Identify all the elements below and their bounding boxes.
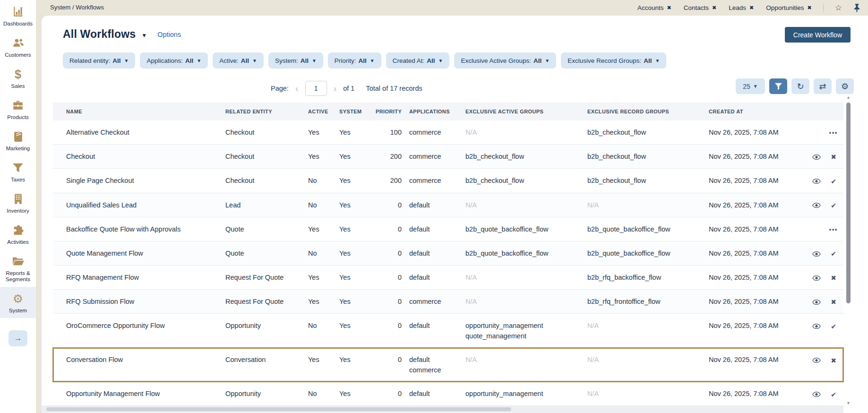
column-header-system[interactable]: SYSTEM bbox=[335, 103, 371, 120]
cell-active: Yes bbox=[303, 266, 335, 290]
sidebar-item-system[interactable]: ⚙ System bbox=[0, 287, 36, 318]
filter-chip-related-entity[interactable]: Related entity:All▼ bbox=[63, 52, 135, 69]
view-icon[interactable] bbox=[811, 275, 822, 281]
pinned-tab-accounts[interactable]: Accounts ✖ bbox=[637, 4, 671, 11]
column-header-active[interactable]: ACTIVE bbox=[303, 103, 335, 120]
page-number-input[interactable] bbox=[305, 81, 327, 96]
filter-chip-priority[interactable]: Priority:All▼ bbox=[328, 52, 381, 69]
next-page-icon[interactable]: › bbox=[332, 85, 339, 92]
group-value: b2b_checkout_flow bbox=[465, 175, 581, 186]
sidebar-item-customers[interactable]: Customers bbox=[0, 31, 36, 62]
sidebar-item-products[interactable]: Products bbox=[0, 94, 36, 125]
filter-chip-exclusive-record-groups[interactable]: Exclusive Record Groups:All▼ bbox=[561, 52, 666, 69]
title-dropdown-caret-icon[interactable]: ▼ bbox=[141, 30, 147, 39]
column-header-related-entity[interactable]: RELATED ENTITY bbox=[221, 103, 303, 120]
scroll-up-icon[interactable]: ▲ bbox=[846, 95, 851, 100]
filters-toggle-button[interactable] bbox=[769, 78, 787, 94]
filter-chip-exclusive-active-groups[interactable]: Exclusive Active Groups:All▼ bbox=[454, 52, 556, 69]
cell-applications: default bbox=[404, 217, 461, 241]
activate-check-icon[interactable]: ✔ bbox=[828, 321, 839, 332]
table-row[interactable]: Backoffice Quote Flow with ApprovalsQuot… bbox=[53, 217, 843, 241]
pinned-tab-leads[interactable]: Leads ✖ bbox=[729, 4, 754, 11]
cell-created-at: Nov 26, 2025, 7:08 AM bbox=[704, 241, 799, 265]
cell-related-entity: Request For Quote bbox=[221, 290, 303, 314]
activate-check-icon[interactable]: ✔ bbox=[828, 249, 839, 259]
column-header-exclusive-active-groups[interactable]: EXCLUSIVE ACTIVE GROUPS bbox=[461, 103, 583, 120]
sidebar-item-inventory[interactable]: Inventory bbox=[0, 187, 36, 218]
more-actions-icon[interactable]: ••• bbox=[828, 128, 839, 138]
view-icon[interactable] bbox=[811, 323, 822, 329]
sidebar-item-taxes[interactable]: Taxes bbox=[0, 156, 36, 187]
close-icon[interactable]: ✖ bbox=[667, 5, 671, 11]
filter-chip-created-at[interactable]: Created At:All▼ bbox=[386, 52, 450, 69]
sidebar-item-marketing[interactable]: Marketing bbox=[0, 125, 36, 156]
vertical-scrollbar[interactable]: ▲ ▼ bbox=[846, 97, 851, 404]
pinned-tab-opportunities[interactable]: Opportunities ✖ bbox=[766, 4, 812, 11]
cell-name: Unqualified Sales Lead bbox=[53, 193, 221, 217]
deactivate-x-icon[interactable]: ✖ bbox=[828, 152, 839, 162]
cell-exclusive-active-groups: N/A bbox=[461, 348, 583, 382]
sidebar-item-activities[interactable]: Activities bbox=[0, 218, 36, 250]
view-icon[interactable] bbox=[811, 357, 822, 363]
reset-grid-button[interactable]: ⇄ bbox=[814, 78, 832, 94]
view-icon[interactable] bbox=[811, 299, 822, 305]
activate-check-icon[interactable]: ✔ bbox=[828, 389, 839, 400]
view-icon[interactable] bbox=[811, 391, 822, 397]
puzzle-icon bbox=[1, 224, 35, 237]
view-icon[interactable] bbox=[811, 178, 822, 184]
deactivate-x-icon[interactable]: ✖ bbox=[828, 355, 839, 366]
table-row[interactable]: RFQ Submission FlowRequest For QuoteYesY… bbox=[53, 290, 843, 314]
prev-page-icon[interactable]: ‹ bbox=[293, 85, 301, 92]
page-size-select[interactable]: 25 ▼ bbox=[736, 78, 765, 94]
horizontal-scrollbar[interactable] bbox=[42, 405, 843, 413]
view-icon[interactable] bbox=[811, 154, 822, 160]
activate-check-icon[interactable]: ✔ bbox=[828, 176, 839, 187]
table-row[interactable]: Alternative CheckoutCheckoutYesYes100com… bbox=[53, 120, 843, 145]
table-row[interactable]: OroCommerce Opportunity FlowOpportunityN… bbox=[53, 314, 843, 348]
table-row[interactable]: CheckoutCheckoutYesYes200commerceb2b_che… bbox=[53, 145, 843, 169]
sidebar-item-sales[interactable]: $ Sales bbox=[0, 62, 36, 94]
options-link[interactable]: Options bbox=[157, 31, 181, 38]
table-row[interactable]: RFQ Management FlowRequest For QuoteYesY… bbox=[53, 266, 843, 290]
refresh-button[interactable]: ↻ bbox=[791, 78, 809, 94]
view-icon[interactable] bbox=[811, 202, 822, 208]
pinned-tab-contacts[interactable]: Contacts ✖ bbox=[684, 4, 717, 11]
sidebar-item-label: Activities bbox=[1, 239, 35, 245]
table-row[interactable]: Single Page CheckoutCheckoutNoYes200comm… bbox=[53, 169, 843, 193]
filter-chip-active[interactable]: Active:All▼ bbox=[213, 52, 264, 69]
vertical-scrollbar-thumb[interactable] bbox=[846, 103, 851, 303]
more-actions-icon[interactable]: ••• bbox=[828, 224, 839, 235]
table-row[interactable]: Conversation FlowConversationYesYes0defa… bbox=[53, 348, 843, 382]
table-row[interactable]: Quote Management FlowQuoteNoYes0defaultb… bbox=[53, 241, 843, 265]
filter-chip-applications[interactable]: Applications:All▼ bbox=[140, 52, 208, 69]
pin-page-icon[interactable] bbox=[853, 3, 860, 12]
filter-chip-system[interactable]: System:All▼ bbox=[268, 52, 323, 69]
group-value: b2b_checkout_flow bbox=[587, 127, 702, 138]
close-icon[interactable]: ✖ bbox=[712, 5, 716, 11]
close-icon[interactable]: ✖ bbox=[808, 5, 812, 11]
column-header-created-at[interactable]: CREATED AT bbox=[704, 103, 799, 120]
table-row[interactable]: Unqualified Sales LeadLeadNoYes0defaultN… bbox=[53, 193, 843, 217]
deactivate-x-icon[interactable]: ✖ bbox=[828, 273, 839, 283]
sidebar-item-dashboards[interactable]: Dashboards bbox=[0, 0, 36, 31]
activate-check-icon[interactable]: ✔ bbox=[828, 200, 839, 211]
group-value: default bbox=[409, 388, 459, 399]
sidebar-item-reports-segments[interactable]: Reports & Segments bbox=[0, 250, 36, 287]
scroll-down-icon[interactable]: ▼ bbox=[846, 401, 851, 405]
grid-settings-button[interactable]: ⚙ bbox=[836, 78, 854, 94]
deactivate-x-icon[interactable]: ✖ bbox=[828, 297, 839, 307]
column-header-exclusive-record-groups[interactable]: EXCLUSIVE RECORD GROUPS bbox=[583, 103, 704, 120]
close-icon[interactable]: ✖ bbox=[749, 5, 754, 11]
cell-active: No bbox=[303, 314, 335, 348]
table-row[interactable]: Opportunity Management FlowOpportunityNo… bbox=[53, 382, 843, 406]
create-workflow-button[interactable]: Create Workflow bbox=[785, 27, 851, 43]
column-header-priority[interactable]: PRIORITY bbox=[371, 103, 404, 120]
filter-label: Priority: bbox=[335, 57, 356, 64]
favorite-star-icon[interactable]: ☆ bbox=[835, 3, 842, 13]
sidebar-expand-button[interactable]: → bbox=[9, 330, 27, 346]
view-icon[interactable] bbox=[811, 251, 822, 257]
column-header-applications[interactable]: APPLICATIONS bbox=[404, 103, 461, 120]
horizontal-scrollbar-thumb[interactable] bbox=[46, 407, 511, 411]
cell-exclusive-active-groups: b2b_quote_backoffice_flow bbox=[461, 241, 583, 265]
column-header-name[interactable]: NAME bbox=[53, 103, 221, 120]
